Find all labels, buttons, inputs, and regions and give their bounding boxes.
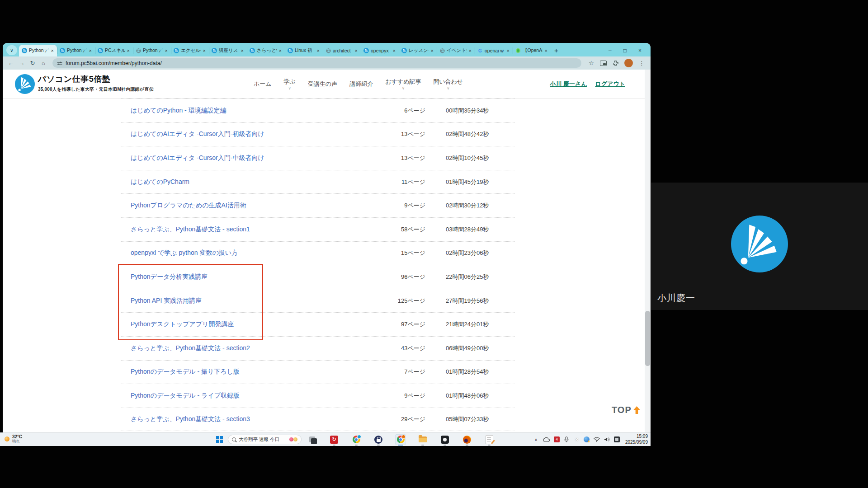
bookmark-star-icon[interactable]: ☆ — [589, 60, 594, 66]
tray-calendar-badge[interactable]: 4 — [554, 436, 560, 442]
taskbar-app-notepad[interactable] — [484, 434, 495, 445]
tray-chevron-up[interactable]: ∧ — [533, 437, 539, 442]
extensions-puzzle-icon[interactable] — [613, 60, 618, 66]
nav-item[interactable]: 講師紹介 — [349, 80, 373, 88]
tab-close-icon[interactable]: × — [165, 48, 168, 53]
clock-date: 2025/09/09 — [625, 440, 648, 446]
minimize-button[interactable]: – — [609, 47, 612, 54]
taskbar-app-explorer[interactable] — [417, 434, 428, 445]
site-header: パソコン仕事5倍塾 35,000人を指導した東大卒・元日本IBM社内講師が直伝 … — [3, 70, 651, 99]
tray-cloud[interactable] — [543, 437, 550, 442]
maximize-button[interactable]: □ — [623, 47, 627, 54]
tab-close-icon[interactable]: × — [241, 48, 244, 53]
taskbar-app-task-view[interactable] — [307, 434, 317, 445]
forward-button[interactable]: → — [17, 60, 26, 66]
site-favicon — [288, 48, 293, 53]
browser-tab[interactable]: さらっと学× — [247, 45, 285, 56]
taskbar-app-red-app[interactable]: ↻ — [329, 434, 340, 445]
site-logo[interactable] — [15, 74, 35, 94]
nav-label: 学ぶ — [284, 78, 296, 86]
logout-link[interactable]: ログアウト — [595, 80, 625, 88]
browser-tab[interactable]: Pythonデ× — [19, 45, 57, 56]
course-link[interactable]: はじめてのPython - 環境編設定編 — [121, 107, 365, 115]
course-link[interactable]: さらっと学ぶ、Python基礎文法 - section2 — [121, 344, 365, 352]
taskbar-app-chrome-active[interactable] — [395, 434, 406, 445]
media-pip-icon[interactable] — [600, 61, 607, 66]
back-to-top-button[interactable]: TOP — [612, 405, 641, 415]
scrollbar-thumb[interactable] — [645, 311, 650, 366]
tray-ime[interactable] — [614, 436, 620, 442]
dark-app-icon — [441, 436, 449, 444]
taskbar-app-lock-app[interactable] — [373, 434, 384, 445]
course-link[interactable]: Pythonのデータモデル - 撮り下ろし版 — [121, 368, 365, 376]
orange-badge-icon — [401, 435, 406, 439]
browser-tab[interactable]: openpyx× — [361, 45, 399, 56]
tab-close-icon[interactable]: × — [203, 48, 206, 53]
tray-wifi[interactable] — [594, 437, 600, 442]
course-link[interactable]: Pythonプログラマのための生成AI活用術 — [121, 202, 365, 210]
browser-tab[interactable]: Linux 初× — [285, 45, 323, 56]
nav-item[interactable]: おすすめ記事∨ — [385, 78, 421, 90]
course-link[interactable]: はじめてのAIエディタ -Cursor入門-初級者向け — [121, 130, 365, 138]
address-bar[interactable]: forum.pc5bai.com/member/python-data/ — [52, 58, 581, 68]
windows-start-button[interactable] — [216, 436, 223, 443]
course-link[interactable]: さらっと学ぶ、Python基礎文法 - section1 — [121, 225, 365, 234]
tab-close-icon[interactable]: × — [354, 48, 358, 53]
tab-close-icon[interactable]: × — [278, 48, 282, 53]
tab-close-icon[interactable]: × — [468, 48, 472, 53]
close-x-icon: × — [575, 436, 578, 443]
nav-item[interactable]: 学ぶ∨ — [284, 78, 296, 90]
tab-close-icon[interactable]: × — [316, 48, 320, 53]
course-link[interactable]: openpyxl で学ぶ python 変数の扱い方 — [121, 249, 365, 257]
page-scrollbar[interactable] — [645, 70, 651, 432]
tab-close-icon[interactable]: × — [127, 48, 130, 53]
browser-tab[interactable]: 講座リス× — [209, 45, 247, 56]
taskbar-search[interactable]: 大谷翔平 速報 今日 — [228, 435, 302, 444]
tab-close-icon[interactable]: × — [544, 48, 548, 53]
tray-close-x[interactable]: × — [574, 436, 580, 443]
nav-item[interactable]: 受講生の声 — [308, 80, 337, 88]
browser-tab[interactable]: Pythonデ× — [133, 45, 171, 56]
weather-widget[interactable]: 32°C 晴れ — [5, 434, 22, 443]
site-title: パソコン仕事5倍塾 — [38, 74, 154, 84]
new-tab-button[interactable]: + — [554, 47, 558, 54]
tab-close-icon[interactable]: × — [89, 48, 92, 53]
tray-blue-sphere[interactable] — [584, 436, 590, 442]
nav-item[interactable]: 問い合わせ∨ — [433, 78, 463, 90]
sun-icon — [5, 436, 9, 441]
browser-tab[interactable]: architect× — [323, 45, 361, 56]
nav-item[interactable]: ホーム — [254, 80, 272, 88]
kebab-menu-icon[interactable]: ⋮ — [639, 60, 645, 66]
tab-close-icon[interactable]: × — [506, 48, 510, 53]
taskbar-clock[interactable]: 15:092025/09/09 — [625, 434, 648, 445]
taskbar-app-firefox[interactable] — [462, 434, 472, 445]
course-link[interactable]: さらっと学ぶ、Python基礎文法 - section3 — [121, 415, 365, 423]
taskbar-app-github-dark[interactable] — [439, 434, 450, 445]
back-button[interactable]: ← — [6, 60, 15, 66]
tray-microphone[interactable] — [564, 436, 570, 442]
course-row: Pythonのデータモデル - 撮り下ろし版7ページ01時間28分54秒 — [121, 360, 515, 384]
close-button[interactable]: × — [638, 47, 642, 54]
browser-tab[interactable]: エクセル仕× — [171, 45, 209, 56]
tray-volume[interactable] — [604, 437, 610, 442]
browser-tab[interactable]: Gopenai w× — [475, 45, 513, 56]
tab-close-icon[interactable]: × — [430, 48, 434, 53]
tab-search-button[interactable]: ∨ — [6, 45, 17, 55]
home-button[interactable]: ⌂ — [39, 60, 48, 66]
browser-tab[interactable]: レッスン-× — [399, 45, 437, 56]
course-link[interactable]: はじめてのPyCharm — [121, 178, 365, 186]
member-name-link[interactable]: 小川 慶一さん — [550, 80, 587, 88]
taskbar-app-chrome-cloud[interactable] — [351, 434, 362, 445]
browser-tab[interactable]: PCスキル× — [95, 45, 133, 56]
browser-tab[interactable]: Pythonデ× — [57, 45, 95, 56]
browser-tab[interactable]: 【OpenAI× — [513, 45, 551, 56]
course-link[interactable]: はじめてのAIエディタ -Cursor入門-中級者向け — [121, 154, 365, 162]
browser-tab[interactable]: イベント振× — [437, 45, 475, 56]
toolbar-icons: ☆ ⋮ — [589, 59, 645, 67]
course-link[interactable]: Pythonのデータモデル - ライブ収録版 — [121, 392, 365, 400]
tab-close-icon[interactable]: × — [392, 48, 396, 53]
course-row: はじめてのAIエディタ -Cursor入門-初級者向け13ページ02時間48分4… — [121, 122, 515, 146]
tab-close-icon[interactable]: × — [51, 48, 54, 53]
profile-avatar[interactable] — [624, 59, 633, 67]
reload-button[interactable]: ↻ — [28, 60, 37, 66]
